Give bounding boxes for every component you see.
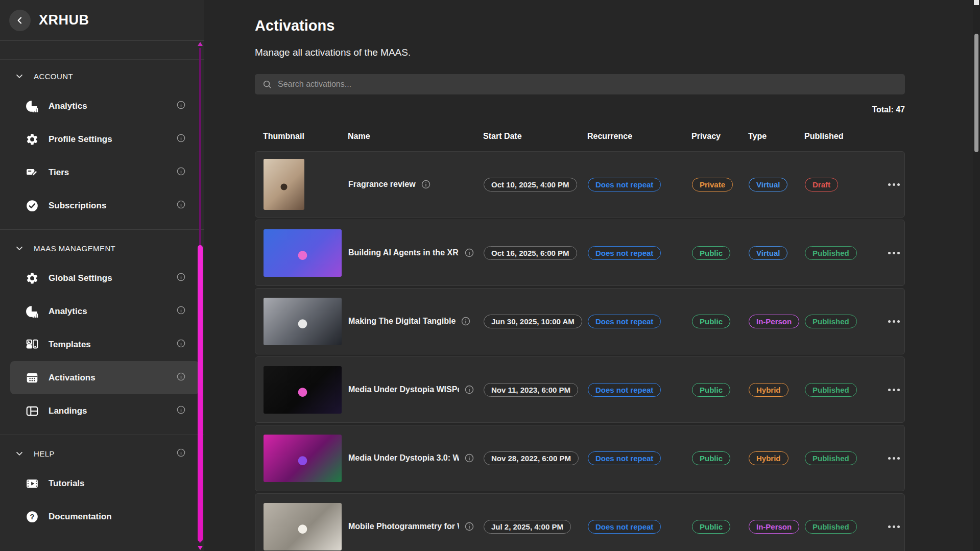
- thumbnail-image[interactable]: [264, 503, 342, 550]
- activation-row[interactable]: Media Under Dystopia WISPer ...Nov 11, 2…: [255, 356, 905, 423]
- section-header-account[interactable]: ACCOUNT: [0, 63, 204, 89]
- sidebar-item-label: Analytics: [49, 101, 87, 111]
- gear-icon: [26, 133, 39, 146]
- activation-row[interactable]: Building AI Agents in the XR M...Oct 16,…: [255, 220, 905, 286]
- scroll-down-arrow-icon[interactable]: [198, 546, 203, 550]
- privacy-badge: Private: [692, 178, 733, 191]
- sidebar-item-label: Subscriptions: [49, 201, 106, 211]
- sidebar-item-activations[interactable]: Activations: [10, 361, 199, 394]
- sidebar-item-landings[interactable]: Landings: [10, 394, 199, 427]
- privacy-badge: Public: [692, 315, 730, 328]
- row-actions-button[interactable]: [884, 316, 904, 327]
- sidebar-item-profile-settings[interactable]: Profile Settings: [10, 123, 199, 156]
- sidebar-item-label: Documentation: [49, 512, 112, 522]
- info-icon[interactable]: [464, 521, 474, 532]
- row-actions-button[interactable]: [884, 179, 904, 190]
- sidebar-item-label: Global Settings: [49, 273, 112, 283]
- sidebar-item-subscriptions[interactable]: Subscriptions: [10, 189, 199, 222]
- thumbnail-image[interactable]: [264, 298, 342, 345]
- column-header-recurrence: Recurrence: [587, 132, 691, 141]
- film-icon: [26, 477, 39, 490]
- sidebar-item-label: Profile Settings: [49, 134, 112, 145]
- info-icon[interactable]: [176, 200, 186, 209]
- scroll-up-arrow-icon[interactable]: [198, 42, 203, 46]
- info-icon[interactable]: [176, 372, 186, 381]
- sidebar-item-documentation[interactable]: ?Documentation: [10, 500, 199, 533]
- info-icon[interactable]: [176, 100, 186, 110]
- sidebar-item-tutorials[interactable]: Tutorials: [10, 467, 199, 500]
- type-badge: Hybrid: [749, 383, 788, 397]
- published-badge: Published: [805, 315, 857, 328]
- info-icon[interactable]: [176, 339, 186, 348]
- row-actions-button[interactable]: [884, 453, 904, 464]
- row-actions-button[interactable]: [884, 248, 904, 258]
- section-header-help[interactable]: HELP: [0, 440, 204, 467]
- sidebar-item-tiers[interactable]: Tiers: [10, 156, 199, 189]
- svg-text:?: ?: [30, 513, 35, 521]
- info-icon[interactable]: [176, 166, 186, 176]
- search-icon: [262, 79, 272, 89]
- thumbnail-image[interactable]: [264, 435, 342, 482]
- recurrence-pill: Does not repeat: [588, 520, 661, 534]
- sidebar-item-label: Analytics: [49, 306, 87, 317]
- sidebar-item-label: Templates: [49, 340, 91, 350]
- activation-name: Mobile Photogrammetry for W...: [348, 522, 459, 531]
- row-actions-button[interactable]: [884, 385, 904, 395]
- info-icon[interactable]: [464, 248, 474, 258]
- activations-table: Fragrance reviewOct 10, 2025, 4:00 PMDoe…: [255, 151, 905, 551]
- analytics-pie-icon: [26, 100, 39, 113]
- activation-row[interactable]: Mobile Photogrammetry for W...Jul 2, 202…: [255, 493, 905, 551]
- info-icon[interactable]: [176, 305, 186, 315]
- published-badge: Published: [805, 520, 857, 534]
- page-scrollbar-cap[interactable]: [974, 0, 979, 5]
- thumbnail-image[interactable]: [264, 366, 342, 414]
- search-input[interactable]: [278, 80, 898, 89]
- main-content: Activations Manage all activations of th…: [204, 0, 980, 551]
- sidebar-item-analytics[interactable]: Analytics: [10, 89, 199, 123]
- activation-row[interactable]: Making The Digital TangibleJun 30, 2025,…: [255, 288, 905, 354]
- section-label: HELP: [34, 449, 55, 458]
- start-date-pill: Nov 28, 2022, 6:00 PM: [484, 451, 579, 465]
- gear-icon: [26, 272, 39, 285]
- section-label: MAAS MANAGEMENT: [34, 244, 115, 253]
- recurrence-pill: Does not repeat: [588, 178, 661, 191]
- sidebar-item-label: Landings: [49, 406, 87, 416]
- activation-row[interactable]: Media Under Dystopia 3.0: WA...Nov 28, 2…: [255, 425, 905, 491]
- question-circle-icon: ?: [26, 510, 39, 523]
- chevron-down-icon: [14, 71, 25, 81]
- calendar-grid-icon: [26, 371, 39, 385]
- recurrence-pill: Does not repeat: [588, 383, 661, 397]
- thumbnail-image[interactable]: [264, 159, 304, 210]
- search-bar[interactable]: [255, 74, 905, 94]
- page-scrollbar-thumb[interactable]: [974, 34, 978, 152]
- info-icon[interactable]: [464, 453, 474, 463]
- column-header-name: Name: [348, 132, 483, 141]
- info-icon[interactable]: [176, 448, 186, 458]
- sidebar-item-templates[interactable]: Templates: [10, 328, 199, 361]
- sidebar-item-global-settings[interactable]: Global Settings: [10, 261, 199, 295]
- info-icon[interactable]: [461, 316, 471, 326]
- activation-name: Media Under Dystopia WISPer ...: [348, 385, 459, 394]
- info-icon[interactable]: [464, 385, 474, 395]
- page-scrollbar[interactable]: [973, 0, 980, 551]
- start-date-pill: Oct 10, 2025, 4:00 PM: [484, 178, 577, 191]
- total-count: Total: 47: [255, 105, 905, 114]
- activation-row[interactable]: Fragrance reviewOct 10, 2025, 4:00 PMDoe…: [255, 151, 905, 218]
- row-actions-button[interactable]: [884, 521, 904, 532]
- type-badge: Virtual: [749, 246, 787, 260]
- sidebar-item-analytics[interactable]: Analytics: [10, 295, 199, 328]
- sidebar-scrollbar[interactable]: [197, 42, 203, 551]
- info-icon[interactable]: [421, 179, 431, 189]
- scrollbar-thumb[interactable]: [198, 245, 203, 542]
- thumbnail-image[interactable]: [264, 229, 342, 277]
- layout-icon: [26, 404, 39, 418]
- info-icon[interactable]: [176, 133, 186, 143]
- info-icon[interactable]: [176, 405, 186, 415]
- section-header-maas-management[interactable]: MAAS MANAGEMENT: [0, 235, 204, 261]
- privacy-badge: Public: [692, 246, 730, 260]
- start-date-pill: Nov 11, 2023, 6:00 PM: [484, 383, 578, 397]
- info-icon[interactable]: [176, 272, 186, 282]
- back-button[interactable]: [9, 10, 31, 31]
- sidebar-divider: [0, 229, 204, 230]
- page-subtitle: Manage all activations of the MAAS.: [255, 47, 905, 58]
